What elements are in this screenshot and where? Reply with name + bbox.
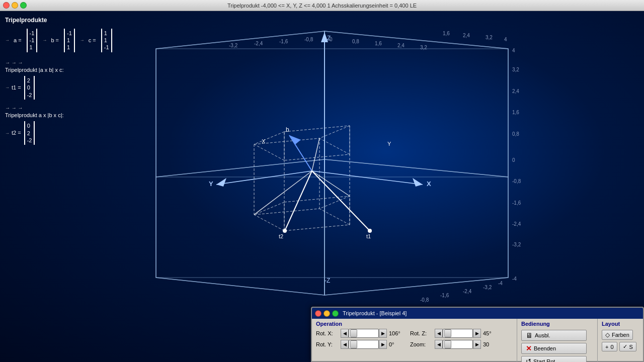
- layout-check-icon: ✓: [623, 343, 627, 350]
- svg-line-31: [216, 171, 312, 185]
- svg-text:4: 4: [512, 48, 515, 53]
- svg-marker-2: [325, 31, 508, 295]
- rot-x-row: Rot. X: ◀ ▶ 106° Rot. Z: ◀: [316, 329, 513, 338]
- rot-x-right-btn[interactable]: ▶: [379, 329, 387, 338]
- start-rot-label: Start Rot.: [533, 358, 556, 363]
- svg-text:-3,2: -3,2: [483, 285, 492, 290]
- rot-x-value: 106°: [389, 330, 404, 336]
- svg-marker-5: [325, 159, 508, 295]
- dialog-min-btn[interactable]: [324, 310, 330, 317]
- layout-title: Layout: [602, 321, 639, 327]
- beenden-icon: ✕: [526, 344, 532, 352]
- svg-text:0: 0: [330, 37, 333, 42]
- svg-line-47: [254, 171, 312, 215]
- zoom-value: 30: [483, 341, 498, 347]
- svg-text:-0,8: -0,8: [304, 37, 313, 42]
- close-button[interactable]: [3, 2, 10, 9]
- rot-z-right-btn[interactable]: ▶: [473, 329, 481, 338]
- rot-x-thumb[interactable]: [350, 329, 357, 337]
- rot-y-thumb[interactable]: [350, 340, 357, 348]
- rot-x-slider-container[interactable]: ◀ ▶: [341, 329, 387, 338]
- svg-line-22: [254, 215, 284, 231]
- rot-y-slider-container[interactable]: ◀ ▶: [341, 340, 387, 349]
- svg-marker-29: [413, 178, 423, 187]
- svg-line-49: [312, 138, 319, 171]
- bedienung-panel: Bedienung 🖥 Ausbl. ✕ Beenden ↺ Start Rot…: [517, 319, 598, 362]
- svg-text:-1,6: -1,6: [512, 200, 521, 206]
- ausbl-label: Ausbl.: [535, 332, 550, 338]
- svg-text:Y: Y: [209, 180, 213, 188]
- main-viewport: Tripelprodukte → a = -1 -1 1 → b = -1 1 …: [0, 11, 644, 362]
- svg-line-24: [254, 202, 284, 215]
- rot-x-track[interactable]: [349, 329, 379, 338]
- svg-line-23: [319, 209, 350, 225]
- ausbl-button[interactable]: 🖥 Ausbl.: [521, 330, 587, 341]
- dialog-body: Operation Rot. X: ◀ ▶ 106° Rot. Z: ◀: [312, 319, 643, 362]
- svg-text:-Z: -Z: [325, 277, 330, 284]
- zoom-slider-container[interactable]: ◀ ▶: [435, 340, 481, 349]
- beenden-label: Beenden: [534, 345, 556, 351]
- zoom-left-btn[interactable]: ◀: [435, 340, 443, 349]
- svg-text:2,4: 2,4: [397, 43, 405, 48]
- rot-y-row: Rot. Y: ◀ ▶ 0° Zoom: ◀: [316, 340, 513, 349]
- svg-text:4: 4: [504, 37, 507, 42]
- rot-y-track[interactable]: [349, 340, 379, 349]
- svg-marker-3: [156, 31, 325, 295]
- rot-z-left-btn[interactable]: ◀: [435, 329, 443, 338]
- svg-line-27: [319, 138, 350, 154]
- ausbl-icon: 🖥: [526, 331, 533, 339]
- svg-text:1,6: 1,6: [443, 31, 450, 36]
- layout-number-buttons: + 0 ✓ S: [602, 342, 639, 353]
- svg-text:-1,6: -1,6: [279, 39, 288, 44]
- title-bar: Tripelprodukt -4,000 <= X, Y, Z <= 4,000…: [0, 0, 644, 11]
- svg-line-17: [254, 209, 319, 215]
- zoom-thumb[interactable]: [444, 340, 451, 348]
- rot-z-value: 45°: [483, 330, 498, 336]
- start-rot-button[interactable]: ↺ Start Rot.: [521, 356, 587, 362]
- dialog-max-btn[interactable]: [332, 310, 339, 317]
- beenden-button[interactable]: ✕ Beenden: [521, 343, 587, 354]
- rot-y-value: 0°: [389, 341, 404, 347]
- svg-line-26: [254, 144, 284, 160]
- svg-text:-2,4: -2,4: [512, 221, 521, 227]
- svg-marker-32: [216, 178, 226, 187]
- minimize-button[interactable]: [12, 2, 18, 9]
- svg-text:Y: Y: [387, 141, 391, 147]
- maximize-button[interactable]: [20, 2, 27, 9]
- svg-point-42: [368, 229, 372, 233]
- svg-text:1,6: 1,6: [375, 41, 382, 46]
- rot-z-slider-container[interactable]: ◀ ▶: [435, 329, 481, 338]
- svg-marker-4: [156, 159, 325, 295]
- svg-text:-0,8: -0,8: [420, 297, 429, 303]
- rot-y-left-btn[interactable]: ◀: [341, 340, 349, 349]
- operation-panel: Operation Rot. X: ◀ ▶ 106° Rot. Z: ◀: [312, 319, 517, 362]
- svg-line-44: [285, 171, 312, 231]
- rot-z-track[interactable]: [443, 329, 473, 338]
- rot-x-label: Rot. X:: [316, 330, 339, 336]
- svg-text:2,4: 2,4: [512, 88, 519, 94]
- layout-s-button[interactable]: ✓ S: [619, 342, 636, 351]
- zoom-track[interactable]: [443, 340, 473, 349]
- farben-icon: ◇: [605, 331, 610, 338]
- rot-z-label: Rot. Z:: [410, 330, 433, 336]
- dialog-close-btn[interactable]: [315, 310, 321, 317]
- farben-label: Farben: [612, 332, 629, 338]
- svg-text:0,8: 0,8: [352, 39, 359, 44]
- svg-text:0,8: 0,8: [512, 131, 519, 137]
- svg-line-21: [319, 126, 350, 138]
- dialog-window: Tripelprodukt - [Beispiel 4] Operation R…: [311, 307, 644, 362]
- rot-z-thumb[interactable]: [444, 329, 451, 337]
- svg-text:3,2: 3,2: [486, 35, 493, 40]
- zoom-right-btn[interactable]: ▶: [473, 340, 481, 349]
- layout-0-button[interactable]: + 0: [602, 342, 617, 351]
- rot-y-right-btn[interactable]: ▶: [379, 340, 387, 349]
- svg-line-28: [312, 171, 423, 185]
- farben-button[interactable]: ◇ Farben: [602, 330, 633, 340]
- svg-text:t1: t1: [366, 233, 371, 239]
- svg-line-25: [319, 196, 350, 209]
- svg-text:3,2: 3,2: [420, 45, 427, 50]
- window-title: Tripelprodukt -4,000 <= X, Y, Z <= 4,000…: [227, 3, 417, 9]
- rot-x-left-btn[interactable]: ◀: [341, 329, 349, 338]
- window-controls[interactable]: [3, 2, 27, 9]
- svg-line-38: [289, 135, 312, 171]
